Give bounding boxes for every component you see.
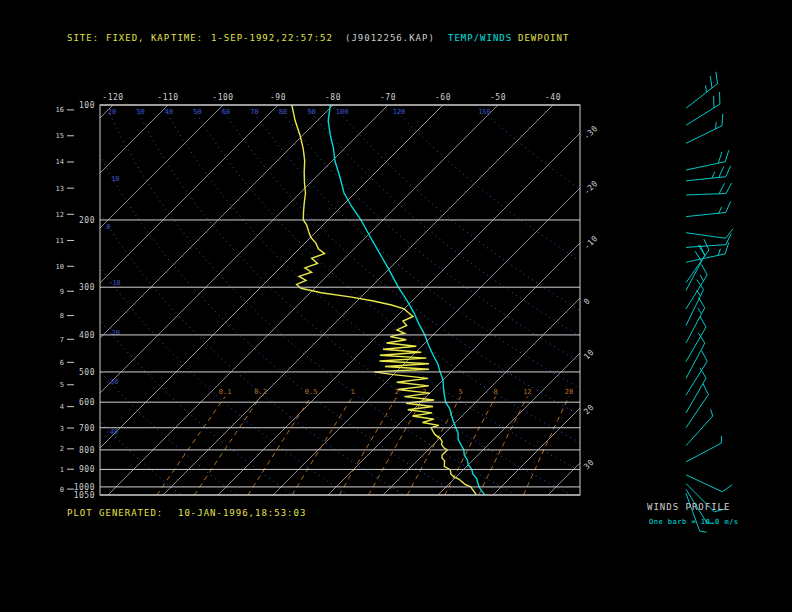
- svg-text:-40: -40: [545, 93, 561, 102]
- winds-profile-title: WINDS PROFILE: [647, 502, 730, 512]
- svg-text:-60: -60: [435, 93, 451, 102]
- svg-text:9: 9: [60, 288, 64, 296]
- svg-text:40: 40: [165, 108, 173, 116]
- svg-text:100: 100: [336, 108, 349, 116]
- plot-area: [0, 105, 792, 495]
- svg-text:3: 3: [422, 388, 426, 396]
- svg-text:1: 1: [60, 466, 64, 474]
- svg-text:-30: -30: [106, 378, 119, 386]
- svg-text:0.2: 0.2: [254, 388, 267, 396]
- svg-text:8: 8: [494, 388, 498, 396]
- svg-text:150: 150: [478, 108, 491, 116]
- svg-text:20: 20: [582, 403, 596, 417]
- svg-text:120: 120: [393, 108, 406, 116]
- svg-text:-20: -20: [582, 179, 600, 197]
- plot-generated-label: PLOT GENERATED:: [67, 508, 163, 518]
- svg-text:-30: -30: [582, 124, 600, 142]
- svg-text:-10: -10: [108, 279, 121, 287]
- svg-text:12: 12: [56, 211, 64, 219]
- svg-text:60: 60: [222, 108, 230, 116]
- svg-text:0.1: 0.1: [219, 388, 232, 396]
- svg-text:11: 11: [56, 237, 64, 245]
- svg-text:8: 8: [60, 312, 64, 320]
- svg-text:-110: -110: [157, 93, 178, 102]
- svg-text:30: 30: [136, 108, 144, 116]
- svg-text:700: 700: [79, 424, 95, 433]
- svg-text:6: 6: [60, 359, 64, 367]
- svg-text:50: 50: [193, 108, 201, 116]
- svg-text:3: 3: [60, 425, 64, 433]
- svg-text:13: 13: [56, 185, 64, 193]
- svg-text:100: 100: [79, 101, 95, 110]
- svg-text:-90: -90: [270, 93, 286, 102]
- skewt-app: SITE: FIXED, KAP TIME: 1-SEP-1992,22:57:…: [0, 0, 792, 612]
- svg-text:0: 0: [582, 296, 592, 306]
- svg-text:200: 200: [79, 216, 95, 225]
- svg-text:800: 800: [79, 446, 95, 455]
- svg-text:14: 14: [56, 158, 64, 166]
- temperature-trace: [328, 105, 485, 495]
- svg-text:-10: -10: [582, 234, 600, 252]
- svg-text:1: 1: [350, 388, 354, 396]
- svg-text:-120: -120: [102, 93, 123, 102]
- svg-text:-20: -20: [107, 329, 120, 337]
- svg-text:5: 5: [60, 381, 64, 389]
- svg-text:10: 10: [56, 263, 64, 271]
- svg-text:0: 0: [60, 486, 64, 494]
- svg-text:5: 5: [459, 388, 463, 396]
- svg-text:300: 300: [79, 283, 95, 292]
- winds-profile-note: One barb = 10.0 m/s: [649, 518, 739, 526]
- svg-text:1050: 1050: [74, 491, 95, 500]
- svg-text:4: 4: [60, 403, 64, 411]
- svg-text:15: 15: [56, 132, 64, 140]
- svg-text:900: 900: [79, 465, 95, 474]
- svg-text:-70: -70: [380, 93, 396, 102]
- svg-text:0.5: 0.5: [305, 388, 318, 396]
- plot-generated-value: 10-JAN-1996,18:53:03: [178, 508, 306, 518]
- svg-text:90: 90: [307, 108, 315, 116]
- svg-text:500: 500: [79, 368, 95, 377]
- svg-text:400: 400: [79, 331, 95, 340]
- svg-text:20: 20: [565, 388, 573, 396]
- svg-text:600: 600: [79, 398, 95, 407]
- svg-text:-40: -40: [106, 428, 119, 436]
- svg-text:-80: -80: [325, 93, 341, 102]
- svg-text:80: 80: [279, 108, 287, 116]
- svg-text:30: 30: [582, 458, 596, 472]
- svg-text:10: 10: [111, 175, 119, 183]
- svg-text:2: 2: [60, 445, 64, 453]
- winds-profile-barbs: [686, 72, 733, 532]
- svg-text:20: 20: [108, 108, 116, 116]
- svg-text:0: 0: [106, 223, 110, 231]
- svg-text:12: 12: [523, 388, 531, 396]
- svg-text:10: 10: [582, 348, 596, 362]
- svg-text:-50: -50: [490, 93, 506, 102]
- svg-text:-100: -100: [212, 93, 233, 102]
- svg-text:7: 7: [60, 336, 64, 344]
- svg-text:70: 70: [250, 108, 258, 116]
- svg-text:16: 16: [56, 106, 64, 114]
- svg-text:2: 2: [395, 388, 399, 396]
